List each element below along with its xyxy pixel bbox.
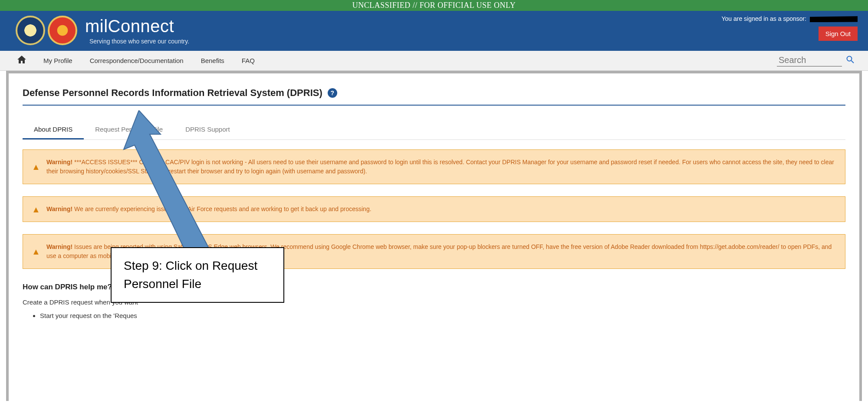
alert-prefix: Warning!: [46, 159, 72, 166]
alert-text: Issues are being reported with using Saf…: [46, 243, 832, 259]
signed-in-label: You are signed in as a sponsor:: [721, 15, 806, 22]
search-icon[interactable]: [846, 56, 854, 66]
brand-block: milConnect Serving those who serve our c…: [85, 17, 189, 45]
redacted-username: [810, 16, 858, 22]
warning-icon: ▲: [32, 160, 40, 173]
help-icon[interactable]: ?: [328, 88, 337, 98]
site-title: milConnect: [85, 17, 189, 36]
nav-faq[interactable]: FAQ: [242, 57, 255, 64]
alert-browser: ▲ Warning! Issues are being reported wit…: [23, 234, 845, 269]
alert-prefix: Warning!: [46, 205, 72, 212]
alert-prefix: Warning!: [46, 243, 72, 250]
howcan-list: Start your request on the 'Reques: [40, 312, 845, 319]
alert-air-force: ▲ Warning! We are currently experiencing…: [23, 196, 845, 222]
dmdc-seal-icon: [48, 16, 77, 45]
tab-request-personnel-file[interactable]: Request Personnel File: [84, 121, 174, 139]
search-wrap: [777, 54, 854, 66]
warning-icon: ▲: [32, 203, 40, 216]
site-subtitle: Serving those who serve our country.: [89, 38, 189, 45]
nav-my-profile[interactable]: My Profile: [43, 57, 72, 64]
nav-benefits[interactable]: Benefits: [201, 57, 224, 64]
warning-icon: ▲: [32, 245, 40, 258]
sign-out-button[interactable]: Sign Out: [819, 26, 858, 41]
main-content: Defense Personnel Records Information Re…: [6, 71, 862, 401]
site-header: milConnect Serving those who serve our c…: [0, 11, 868, 51]
svg-line-1: [852, 60, 854, 63]
howcan-list-item: Start your request on the 'Reques: [40, 312, 845, 319]
signed-in-text: You are signed in as a sponsor:: [721, 15, 858, 22]
page-title-row: Defense Personnel Records Information Re…: [23, 87, 845, 106]
nav-correspondence[interactable]: Correspondence/Documentation: [90, 57, 184, 64]
howcan-heading: How can DPRIS help me?: [23, 283, 845, 291]
home-icon[interactable]: [17, 56, 26, 66]
alert-text: We are currently experiencing issues wit…: [72, 205, 371, 212]
classification-banner: UNCLASSIFIED // FOR OFFICIAL USE ONLY: [0, 0, 868, 11]
alert-access-issues: ▲ Warning! ***ACCESS ISSUES*** Currently…: [23, 149, 845, 184]
alert-text: ***ACCESS ISSUES*** Currently CAC/PIV lo…: [46, 159, 834, 175]
search-input[interactable]: [777, 54, 842, 66]
tabs: About DPRIS Request Personnel File DPRIS…: [23, 121, 845, 140]
nav-bar: My Profile Correspondence/Documentation …: [0, 51, 868, 71]
tab-about-dpris[interactable]: About DPRIS: [23, 121, 84, 139]
tab-dpris-support[interactable]: DPRIS Support: [174, 121, 241, 139]
page-title: Defense Personnel Records Information Re…: [23, 87, 322, 99]
howcan-subtitle: Create a DPRIS request when you want: [23, 298, 845, 306]
dod-seal-icon: [16, 16, 45, 45]
svg-point-0: [847, 56, 852, 61]
header-user-area: You are signed in as a sponsor: Sign Out: [721, 15, 858, 41]
